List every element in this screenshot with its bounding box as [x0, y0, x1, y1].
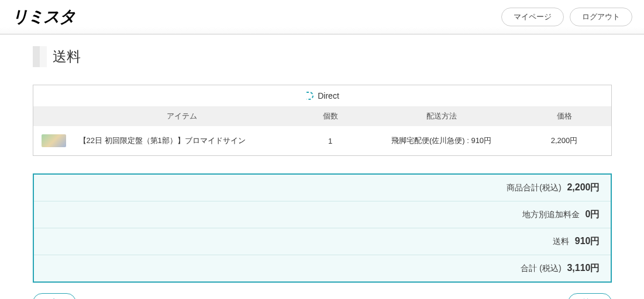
- item-name: 【22日 初回限定盤（第1部）】ブロマイドサイン: [68, 135, 295, 146]
- page-title: 送料: [53, 47, 81, 66]
- summary-shipping: 送料 910円: [34, 228, 611, 255]
- surcharge-label: 地方別追加料金: [522, 210, 580, 219]
- main-container: 送料 Direct アイテム 個数 配送方法 価格 【22日 初回限定盤（第1部…: [27, 34, 618, 299]
- summary-total: 合計 (税込) 3,110円: [34, 255, 611, 281]
- total-label: 合計 (税込): [521, 263, 561, 273]
- logout-button[interactable]: ログアウト: [570, 8, 632, 26]
- summary-subtotal: 商品合計(税込) 2,200円: [34, 175, 611, 201]
- item-price: 2,200円: [518, 135, 611, 146]
- shipping-label: 送料: [553, 237, 569, 246]
- col-ship: 配送方法: [366, 111, 518, 121]
- title-marker-icon: [33, 46, 47, 67]
- col-qty: 個数: [295, 111, 366, 121]
- item-thumbnail: [42, 134, 66, 147]
- table-header: アイテム 個数 配送方法 価格: [33, 106, 611, 126]
- confirm-button[interactable]: 確認 >: [568, 293, 611, 299]
- col-item: アイテム: [68, 111, 295, 121]
- logo: リミスタ: [12, 6, 75, 28]
- item-qty: 1: [295, 137, 366, 145]
- direct-label: Direct: [318, 91, 339, 100]
- back-button[interactable]: < 戻る: [33, 293, 76, 299]
- direct-row: Direct: [33, 85, 611, 106]
- header-buttons: マイページ ログアウト: [501, 8, 632, 26]
- mypage-button[interactable]: マイページ: [501, 8, 564, 26]
- footer-buttons: < 戻る 確認 >: [33, 293, 612, 299]
- header: リミスタ マイページ ログアウト: [0, 0, 644, 34]
- total-value: 3,110円: [567, 263, 600, 273]
- subtotal-value: 2,200円: [567, 182, 600, 192]
- shipping-value: 910円: [575, 236, 600, 246]
- subtotal-label: 商品合計(税込): [507, 183, 561, 192]
- surcharge-value: 0円: [586, 209, 600, 219]
- table-row: 【22日 初回限定盤（第1部）】ブロマイドサイン 1 飛脚宅配便(佐川急便) :…: [33, 126, 611, 155]
- items-box: Direct アイテム 個数 配送方法 価格 【22日 初回限定盤（第1部）】ブ…: [33, 85, 612, 156]
- page-title-row: 送料: [33, 46, 612, 67]
- summary-surcharge: 地方別追加料金 0円: [34, 201, 611, 228]
- col-price: 価格: [518, 111, 611, 121]
- direct-icon: [305, 91, 314, 100]
- summary-box: 商品合計(税込) 2,200円 地方別追加料金 0円 送料 910円 合計 (税…: [33, 173, 612, 283]
- item-shipping: 飛脚宅配便(佐川急便) : 910円: [366, 135, 518, 146]
